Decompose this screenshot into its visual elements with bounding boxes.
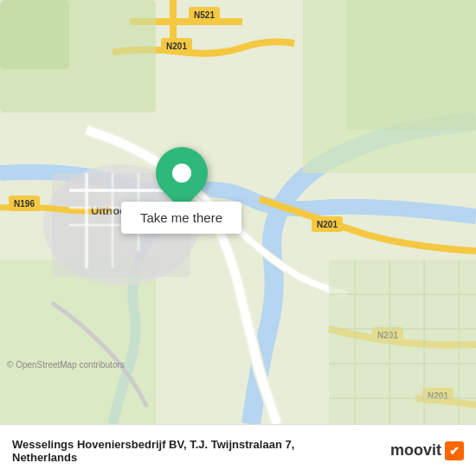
map-attribution: © OpenStreetMap contributors bbox=[7, 360, 125, 370]
svg-text:N201: N201 bbox=[166, 42, 187, 51]
moovit-logo[interactable]: moovit ✔ bbox=[390, 441, 464, 460]
svg-rect-28 bbox=[0, 0, 69, 69]
pin-dot bbox=[172, 164, 191, 183]
business-info: Wesselings Hoveniersbedrijf BV, T.J. Twi… bbox=[12, 438, 294, 464]
business-name: Wesselings Hoveniersbedrijf BV, T.J. Twi… bbox=[12, 438, 294, 451]
moovit-icon: ✔ bbox=[445, 441, 464, 460]
bottom-bar: Wesselings Hoveniersbedrijf BV, T.J. Twi… bbox=[0, 424, 476, 476]
svg-rect-2 bbox=[346, 0, 476, 130]
business-country: Netherlands bbox=[12, 451, 294, 464]
take-me-there-button[interactable]: Take me there bbox=[121, 202, 241, 234]
svg-text:N196: N196 bbox=[14, 199, 35, 209]
map-container: N521 N201 N196 N201 N201 N201 Uithoorn bbox=[0, 0, 476, 424]
pin-marker bbox=[145, 137, 218, 210]
moovit-icon-letter: ✔ bbox=[449, 445, 460, 457]
svg-text:N201: N201 bbox=[317, 220, 338, 229]
svg-text:N521: N521 bbox=[194, 10, 215, 20]
moovit-text: moovit bbox=[390, 441, 441, 460]
svg-rect-29 bbox=[329, 260, 476, 424]
location-marker: Take me there bbox=[121, 147, 241, 234]
